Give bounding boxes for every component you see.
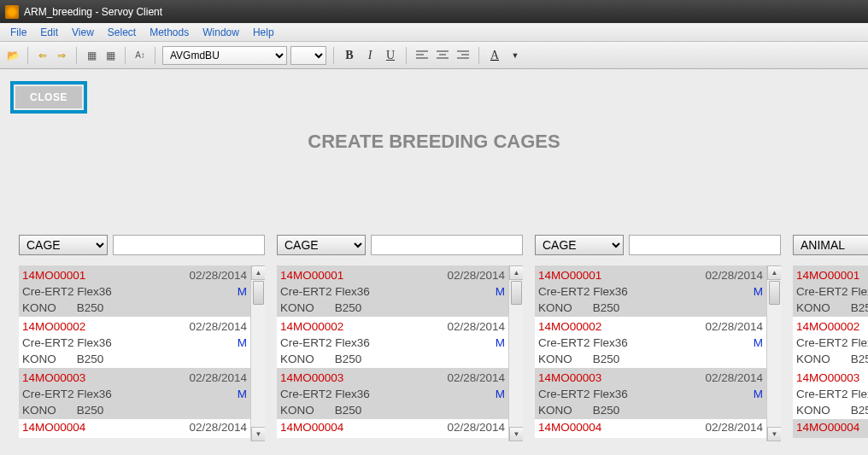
scrollbar[interactable]: ▲▼ bbox=[508, 265, 523, 441]
record-code: B250 bbox=[77, 353, 104, 365]
grid2-icon[interactable]: ▦ bbox=[103, 48, 118, 63]
record-owner: KONO bbox=[538, 404, 572, 417]
record-row[interactable]: 14MO0000402/28/2014 bbox=[277, 419, 508, 438]
record-list[interactable]: 14MO0000102/28/2014Cre-ERT2 Flex36MKONOB… bbox=[793, 265, 868, 441]
back-icon[interactable]: ⇐ bbox=[35, 48, 50, 63]
separator bbox=[155, 47, 155, 64]
record-code: B250 bbox=[335, 353, 362, 365]
record-id: 14MO00004 bbox=[22, 421, 85, 434]
close-button[interactable]: CLOSE bbox=[15, 86, 82, 108]
scroll-up-icon[interactable]: ▲ bbox=[767, 265, 781, 280]
record-id: 14MO00002 bbox=[538, 318, 601, 335]
record-row[interactable]: 14MO0000302/28/2014Cre-ERT2 Flex36MKONOB… bbox=[277, 368, 508, 419]
record-row[interactable]: 14MO0000202/28/2014Cre-ERT2 Flex36MKONOB… bbox=[793, 317, 868, 368]
separator bbox=[478, 47, 479, 64]
record-row[interactable]: 14MO0000102/28/2014Cre-ERT2 Flex36MKONOB… bbox=[19, 265, 250, 317]
record-row[interactable]: 14MO0000102/28/2014Cre-ERT2 Flex36MKONOB… bbox=[277, 265, 508, 317]
record-owner: KONO bbox=[538, 301, 572, 314]
record-line: Cre-ERT2 Flex36 bbox=[796, 386, 868, 402]
grid-icon[interactable]: ▦ bbox=[84, 48, 99, 63]
filter-select[interactable]: CAGE bbox=[19, 235, 108, 255]
record-id: 14MO00001 bbox=[280, 267, 343, 283]
menu-file[interactable]: File bbox=[3, 25, 33, 40]
record-owner: KONO bbox=[796, 404, 830, 417]
menu-window[interactable]: Window bbox=[196, 25, 246, 40]
underline-icon[interactable]: U bbox=[382, 47, 399, 64]
align-right-icon[interactable] bbox=[455, 47, 472, 64]
record-owner: KONO bbox=[280, 353, 314, 365]
filter-select[interactable]: CAGE bbox=[277, 235, 366, 255]
record-code: B250 bbox=[335, 404, 362, 417]
fontsize-select[interactable] bbox=[290, 46, 326, 65]
column-header: CAGE bbox=[19, 235, 265, 255]
search-input[interactable] bbox=[371, 235, 523, 255]
menu-select[interactable]: Select bbox=[101, 25, 143, 40]
italic-icon[interactable]: I bbox=[361, 47, 378, 64]
record-sex: M bbox=[496, 283, 505, 300]
filter-select[interactable]: CAGE bbox=[535, 235, 624, 255]
text-color-dropdown-icon[interactable]: ▼ bbox=[507, 47, 524, 64]
record-sex: M bbox=[496, 335, 505, 351]
window-title: ARM_breeding - Servoy Client bbox=[24, 6, 863, 18]
column-header: ANIMAL bbox=[793, 235, 868, 255]
record-row[interactable]: 14MO0000202/28/2014Cre-ERT2 Flex36MKONOB… bbox=[535, 317, 766, 368]
record-row[interactable]: 14MO0000202/28/2014Cre-ERT2 Flex36MKONOB… bbox=[19, 317, 250, 368]
column: CAGE14MO0000102/28/2014Cre-ERT2 Flex36MK… bbox=[19, 235, 265, 441]
record-row[interactable]: 14MO0000202/28/2014Cre-ERT2 Flex36MKONOB… bbox=[277, 317, 508, 368]
record-list[interactable]: 14MO0000102/28/2014Cre-ERT2 Flex36MKONOB… bbox=[277, 265, 508, 441]
list-wrap: 14MO0000102/28/2014Cre-ERT2 Flex36MKONOB… bbox=[277, 265, 523, 441]
column: CAGE14MO0000102/28/2014Cre-ERT2 Flex36MK… bbox=[535, 235, 781, 441]
record-sex: M bbox=[238, 283, 247, 300]
filter-select[interactable]: ANIMAL bbox=[793, 235, 868, 255]
content-area: CLOSE CREATE BREEDING CAGES CAGE14MO0000… bbox=[0, 69, 868, 455]
record-id: 14MO00001 bbox=[538, 267, 601, 283]
record-code: B250 bbox=[335, 301, 362, 314]
scrollbar[interactable]: ▲▼ bbox=[766, 265, 781, 441]
scroll-up-icon[interactable]: ▲ bbox=[251, 265, 265, 280]
menu-methods[interactable]: Methods bbox=[143, 25, 196, 40]
menu-help[interactable]: Help bbox=[246, 25, 281, 40]
record-owner: KONO bbox=[22, 404, 56, 417]
text-color-icon[interactable]: A bbox=[486, 47, 503, 64]
align-left-icon[interactable] bbox=[413, 47, 431, 64]
record-date: 02/28/2014 bbox=[447, 267, 505, 283]
record-row[interactable]: 14MO0000302/28/2014Cre-ERT2 Flex36MKONOB… bbox=[19, 368, 250, 419]
column: CAGE14MO0000102/28/2014Cre-ERT2 Flex36MK… bbox=[277, 235, 523, 441]
record-id: 14MO00003 bbox=[22, 370, 85, 386]
scroll-up-icon[interactable]: ▲ bbox=[509, 265, 523, 280]
scroll-thumb[interactable] bbox=[769, 281, 780, 305]
scroll-thumb[interactable] bbox=[511, 281, 522, 305]
scrollbar[interactable]: ▲▼ bbox=[250, 265, 265, 441]
search-input[interactable] bbox=[629, 235, 781, 255]
app-icon bbox=[5, 5, 19, 19]
scroll-down-icon[interactable]: ▼ bbox=[251, 427, 265, 441]
scroll-thumb[interactable] bbox=[253, 281, 264, 305]
record-row[interactable]: 14MO0000402/28/2014 bbox=[535, 419, 766, 438]
record-list[interactable]: 14MO0000102/28/2014Cre-ERT2 Flex36MKONOB… bbox=[535, 265, 766, 441]
record-row[interactable]: 14MO0000402/28/2014 bbox=[19, 419, 250, 438]
search-input[interactable] bbox=[113, 235, 265, 255]
record-line: Cre-ERT2 Flex36 bbox=[280, 386, 370, 402]
record-row[interactable]: 14MO0000302/28/2014Cre-ERT2 Flex36MKONOB… bbox=[793, 368, 868, 419]
record-date: 02/28/2014 bbox=[189, 318, 247, 335]
record-row[interactable]: 14MO0000402/28/2014 bbox=[793, 419, 868, 438]
sort-icon[interactable]: A↕ bbox=[132, 48, 148, 63]
font-select[interactable]: AVGmdBU bbox=[162, 46, 287, 65]
record-row[interactable]: 14MO0000102/28/2014Cre-ERT2 Flex36MKONOB… bbox=[793, 265, 868, 317]
forward-icon[interactable]: ⇒ bbox=[54, 48, 69, 63]
record-row[interactable]: 14MO0000102/28/2014Cre-ERT2 Flex36MKONOB… bbox=[535, 265, 766, 317]
scroll-down-icon[interactable]: ▼ bbox=[767, 427, 781, 441]
open-icon[interactable]: 📂 bbox=[5, 48, 21, 63]
record-date: 02/28/2014 bbox=[189, 370, 247, 386]
bold-icon[interactable]: B bbox=[341, 47, 358, 64]
record-date: 02/28/2014 bbox=[705, 318, 763, 335]
titlebar: ARM_breeding - Servoy Client bbox=[0, 0, 868, 23]
menu-edit[interactable]: Edit bbox=[33, 25, 65, 40]
record-date: 02/28/2014 bbox=[705, 370, 763, 386]
record-row[interactable]: 14MO0000302/28/2014Cre-ERT2 Flex36MKONOB… bbox=[535, 368, 766, 419]
record-list[interactable]: 14MO0000102/28/2014Cre-ERT2 Flex36MKONOB… bbox=[19, 265, 250, 441]
scroll-down-icon[interactable]: ▼ bbox=[509, 427, 523, 441]
align-center-icon[interactable] bbox=[434, 47, 451, 64]
menu-view[interactable]: View bbox=[65, 25, 101, 40]
record-sex: M bbox=[754, 335, 763, 351]
